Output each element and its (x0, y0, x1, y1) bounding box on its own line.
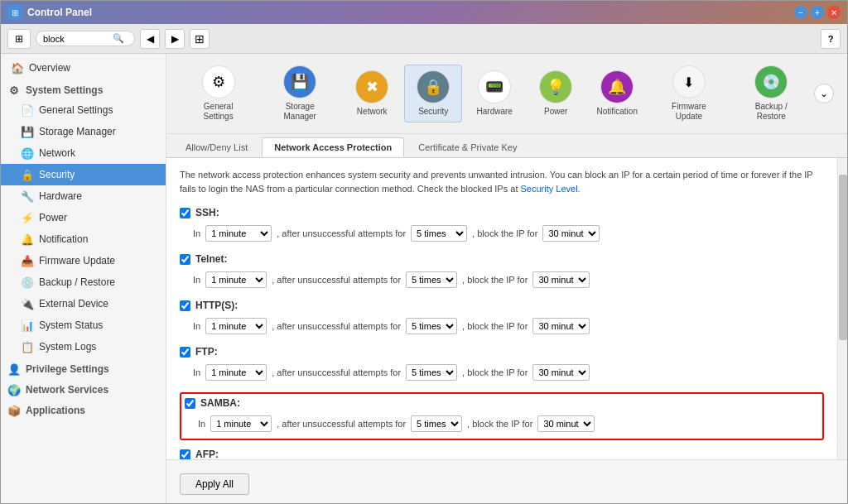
icon-storage-manager[interactable]: 💾 Storage Manager (260, 60, 340, 127)
title-bar-left: ⊞ Control Panel (7, 5, 92, 20)
minimize-button[interactable]: − (794, 6, 807, 19)
external-device-label: External Device (39, 298, 108, 310)
general-settings-icon: 📄 (21, 103, 34, 117)
samba-block-label: , block the IP for (467, 419, 532, 429)
icon-security[interactable]: 🔒 Security (404, 65, 462, 122)
external-device-icon: 🔌 (21, 297, 34, 310)
applications-label: Applications (26, 405, 85, 416)
icon-firmware-update[interactable]: ⬇ Firmware Update (649, 60, 728, 127)
ssh-title: SSH: (195, 207, 219, 218)
forward-button[interactable]: ▶ (165, 29, 185, 49)
ftp-title: FTP: (195, 346, 218, 358)
privilege-settings-icon: 👤 (7, 362, 21, 376)
system-status-icon: 📊 (21, 319, 34, 332)
samba-checkbox[interactable] (185, 398, 195, 409)
sidebar-item-overview[interactable]: 🏠 Overview (1, 57, 166, 79)
samba-header-row: SAMBA: (185, 397, 819, 409)
https-settings-row: In 1 minute5 minutes , after unsuccessfu… (180, 314, 824, 338)
ssh-in-label: In (193, 228, 200, 238)
icon-bar-more-button[interactable]: ⌄ (814, 84, 834, 103)
sidebar-item-backup-restore[interactable]: 💿 Backup / Restore (1, 271, 166, 293)
security-circle-icon: 🔒 (417, 70, 450, 103)
close-button[interactable]: ✕ (827, 6, 841, 19)
main-content: ⚙ General Settings 💾 Storage Manager ✖ N… (166, 54, 847, 503)
afp-checkbox[interactable] (180, 449, 190, 460)
sidebar-item-power[interactable]: ⚡ Power (1, 207, 166, 228)
icon-network[interactable]: ✖ Network (343, 65, 401, 122)
sidebar-item-hardware[interactable]: 🔧 Hardware (1, 185, 166, 207)
help-button[interactable]: ? (821, 29, 841, 49)
system-logs-icon: 📋 (21, 340, 34, 353)
sidebar-item-external-device[interactable]: 🔌 External Device (1, 293, 166, 314)
icon-notification[interactable]: 🔔 Notification (588, 65, 646, 122)
tab-allow-deny[interactable]: Allow/Deny List (173, 137, 260, 157)
overview-icon: 🏠 (11, 61, 24, 74)
icon-backup-restore[interactable]: 💿 Backup / Restore (732, 60, 811, 127)
ssh-block-select[interactable]: 30 minut1 hourforever (542, 225, 600, 242)
ftp-checkbox[interactable] (180, 347, 190, 358)
sidebar-section-applications[interactable]: 📦 Applications (1, 399, 166, 420)
samba-attempts-select[interactable]: 3 times5 times (411, 415, 462, 432)
privilege-settings-label: Privilege Settings (26, 363, 109, 375)
sidebar-item-network[interactable]: 🌐 Network (1, 142, 166, 164)
sidebar-item-storage-manager[interactable]: 💾 Storage Manager (1, 121, 166, 142)
telnet-checkbox[interactable] (180, 254, 190, 265)
sidebar-item-system-logs[interactable]: 📋 System Logs (1, 336, 166, 358)
samba-block-select[interactable]: 30 minut1 hour (537, 415, 595, 432)
ftp-block-select[interactable]: 30 minut1 hour (532, 364, 590, 381)
power-label: Power (39, 212, 67, 223)
notification-label: Notification (39, 233, 88, 245)
sidebar-section-network-services[interactable]: 🌍 Network Services (1, 378, 166, 399)
https-block-select[interactable]: 30 minut1 hour (532, 318, 590, 334)
telnet-title: Telnet: (195, 253, 227, 265)
https-time-select[interactable]: 1 minute5 minutes (205, 318, 267, 334)
applications-icon: 📦 (7, 404, 21, 417)
sidebar-item-firmware-update[interactable]: 📥 Firmware Update (1, 250, 166, 271)
tab-network-access[interactable]: Network Access Protection (262, 137, 404, 157)
afp-header-row: AFP: (180, 449, 824, 459)
sidebar-section-privilege-settings[interactable]: 👤 Privilege Settings (1, 358, 166, 378)
security-level-link[interactable]: Security Level (521, 184, 578, 194)
https-block-label: , block the IP for (462, 321, 528, 331)
ftp-header-row: FTP: (180, 346, 824, 358)
sidebar-item-notification[interactable]: 🔔 Notification (1, 228, 166, 250)
https-attempts-select[interactable]: 3 times5 times (406, 318, 457, 334)
icon-hardware[interactable]: 📟 Hardware (465, 65, 523, 122)
ftp-time-select[interactable]: 1 minute5 minutes (205, 364, 267, 381)
sidebar: 🏠 Overview ⚙ System Settings 📄 General S… (1, 54, 166, 503)
telnet-block-select[interactable]: 30 minut1 hour (532, 271, 590, 288)
sidebar-item-general-settings[interactable]: 📄 General Settings (1, 99, 166, 121)
sidebar-item-system-status[interactable]: 📊 System Status (1, 314, 166, 336)
search-input[interactable] (43, 34, 109, 44)
https-attempts-label: , after unsuccessful attempts for (272, 321, 401, 331)
sidebar-item-security[interactable]: 🔒 Security (1, 164, 166, 185)
icon-power[interactable]: 💡 Power (527, 65, 585, 122)
scrollbar[interactable] (837, 158, 847, 459)
tab-certificate[interactable]: Certificate & Private Key (406, 137, 529, 157)
samba-attempts-label: , after unsuccessful attempts for (277, 419, 406, 429)
window-title: Control Panel (27, 7, 92, 18)
apply-all-button[interactable]: Apply All (180, 473, 249, 495)
afp-title: AFP: (195, 449, 219, 459)
back-button[interactable]: ◀ (140, 29, 160, 49)
backup-restore-icon: 💿 (21, 276, 34, 289)
afp-section: AFP: In 1 minute5 minutes , after unsucc… (180, 449, 824, 459)
ssh-checkbox[interactable] (180, 208, 190, 218)
sidebar-section-system-settings: ⚙ System Settings (1, 79, 166, 99)
window-controls: − + ✕ (794, 6, 841, 19)
ssh-attempts-label: , after unsuccessful attempts for (277, 228, 406, 238)
power-icon: ⚡ (21, 211, 34, 224)
scroll-thumb[interactable] (839, 175, 847, 340)
grid-view-button[interactable]: ⊞ (7, 29, 31, 49)
notification-circle-icon: 🔔 (600, 70, 634, 103)
ssh-time-select[interactable]: 1 minute5 minutes10 minutes (205, 225, 272, 242)
telnet-attempts-select[interactable]: 3 times5 times (406, 271, 457, 288)
https-checkbox[interactable] (180, 300, 190, 311)
apps-grid-button[interactable]: ⊞ (190, 29, 210, 49)
icon-general-settings[interactable]: ⚙ General Settings (180, 60, 257, 127)
maximize-button[interactable]: + (811, 6, 824, 19)
samba-time-select[interactable]: 1 minute5 minutes (210, 415, 272, 432)
telnet-time-select[interactable]: 1 minute5 minutes (205, 271, 267, 288)
ssh-attempts-select[interactable]: 3 times5 times10 times (411, 225, 467, 242)
ftp-attempts-select[interactable]: 3 times5 times (406, 364, 457, 381)
